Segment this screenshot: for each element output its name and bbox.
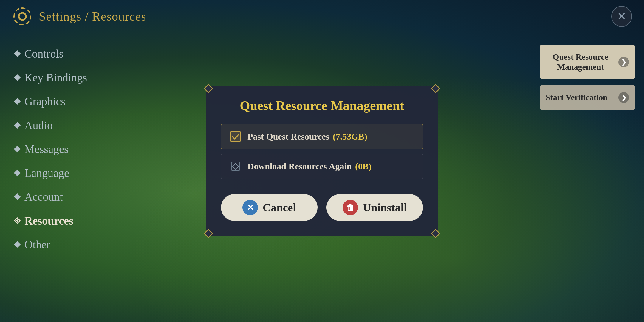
cancel-icon: ✕ bbox=[242, 200, 258, 215]
modal-divider-bottom bbox=[212, 203, 432, 203]
uninstall-button[interactable]: 🗑 Uninstall bbox=[326, 194, 423, 221]
modal-divider-top bbox=[212, 103, 432, 103]
modal-buttons: ✕ Cancel 🗑 Uninstall bbox=[221, 194, 423, 221]
corner-decoration-bl bbox=[204, 229, 213, 238]
corner-decoration-tr bbox=[431, 84, 440, 93]
svg-marker-9 bbox=[432, 230, 439, 237]
cancel-button[interactable]: ✕ Cancel bbox=[221, 194, 318, 221]
selected-check-icon bbox=[230, 131, 242, 143]
svg-marker-3 bbox=[205, 85, 212, 92]
modal-title: Quest Resource Management bbox=[221, 98, 423, 113]
unselected-diamond-icon bbox=[230, 160, 242, 172]
modal-overlay: Quest Resource Management Past Quest Res… bbox=[0, 0, 644, 322]
svg-marker-5 bbox=[432, 85, 439, 92]
download-resources-option[interactable]: Download Resources Again (0B) bbox=[221, 154, 423, 179]
corner-decoration-br bbox=[431, 229, 440, 238]
svg-marker-7 bbox=[205, 230, 212, 237]
corner-decoration-tl bbox=[204, 84, 213, 93]
download-resources-label: Download Resources Again (0B) bbox=[247, 161, 371, 171]
trash-icon: 🗑 bbox=[343, 200, 358, 215]
past-quest-resources-option[interactable]: Past Quest Resources (7.53GB) bbox=[221, 124, 423, 149]
modal-dialog: Quest Resource Management Past Quest Res… bbox=[206, 86, 438, 236]
past-quest-label: Past Quest Resources (7.53GB) bbox=[247, 131, 367, 142]
